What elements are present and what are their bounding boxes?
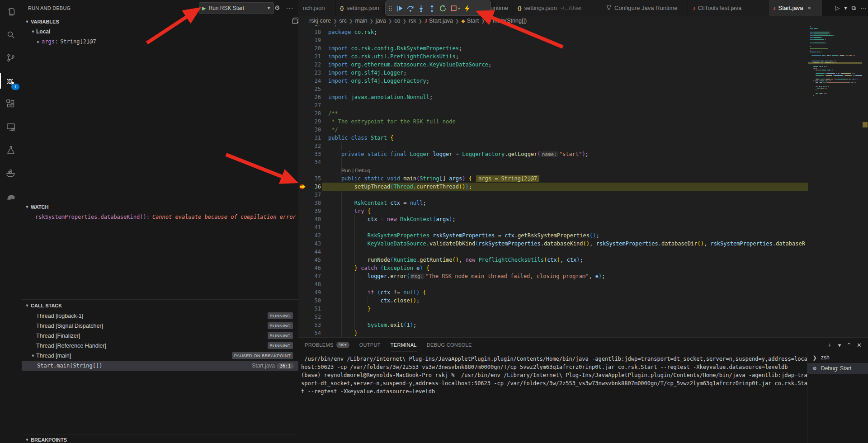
breadcrumb-item[interactable]: co	[394, 18, 400, 24]
variable-row[interactable]: ▶args:String[2]@7	[35, 37, 96, 46]
panel-tab-debug-console[interactable]: DEBUG CONSOLE	[427, 338, 472, 352]
code-line-19[interactable]: 19	[298, 36, 808, 44]
run-play-icon[interactable]: ▶	[202, 5, 206, 11]
call-stack-thread[interactable]: Thread [Signal Dispatcher]RUNNING	[22, 321, 298, 331]
code-line-35[interactable]: 35public static void main(String[] args)…	[298, 174, 808, 183]
code-line-48[interactable]: 48	[298, 280, 808, 288]
call-stack-frame[interactable]: Start.main(String[])Start.java36:1	[22, 361, 298, 371]
watch-expression-row[interactable]: rskSystemProperties.databaseKind():Canno…	[35, 212, 297, 222]
code-line-41[interactable]: 41	[298, 223, 808, 231]
code-line-53[interactable]: 53System.exit(1);	[298, 321, 808, 329]
breadcrumb-item[interactable]: main	[355, 18, 367, 24]
breadcrumb-item[interactable]: src	[339, 18, 347, 24]
code-line-43[interactable]: 43KeyValueDataSource.validateDbKind(rskS…	[298, 240, 808, 248]
close-icon[interactable]: ×	[807, 5, 811, 11]
tab-configure-java-runtime[interactable]: Configure Java Runtime	[601, 0, 688, 16]
code-line-34[interactable]: 34	[298, 158, 808, 166]
code-line-21[interactable]: 21import co.rsk.util.PreflightChecksUtil…	[298, 52, 808, 61]
activity-gradle-icon[interactable]	[0, 184, 22, 207]
code-line-52[interactable]: 52	[298, 313, 808, 321]
code-line-32[interactable]: 32	[298, 142, 808, 150]
code-line-50[interactable]: 50ctx.close();	[298, 297, 808, 305]
debug-stop-chevron-button[interactable]	[456, 2, 462, 14]
panel-chevron-up-icon[interactable]: ⌃	[846, 342, 851, 349]
code-lens-row[interactable]: Run | Debug	[298, 166, 808, 174]
tab-settings-json[interactable]: {}settings.json	[335, 0, 390, 16]
activity-explorer-icon[interactable]	[0, 0, 22, 23]
activity-extensions-icon[interactable]	[0, 92, 22, 115]
debug-grip-handle[interactable]	[387, 2, 394, 14]
code-line-25[interactable]: 25	[298, 85, 808, 93]
breadcrumb-item[interactable]: rsk	[409, 18, 416, 24]
code-line-40[interactable]: 40ctx = new RskContext(args);	[298, 215, 808, 223]
panel-plus-icon[interactable]: ＋	[827, 341, 833, 349]
chevron-down-icon[interactable]: ▼	[267, 6, 271, 10]
overview-ruler[interactable]	[862, 25, 868, 337]
code-line-49[interactable]: 49if (ctx != null) {	[298, 288, 808, 297]
run-java-button[interactable]: ▷	[835, 5, 840, 11]
launch-config-dropdown[interactable]: ▶ Run RSK Start ▼	[199, 2, 274, 14]
section-header-watch[interactable]: ▼WATCH	[24, 203, 298, 212]
code-editor[interactable]: 17 */18package co.rsk;1920import co.rsk.…	[298, 25, 808, 337]
terminal-session-zsh[interactable]: ❯zsh	[807, 352, 868, 363]
code-line-51[interactable]: 51}	[298, 305, 808, 313]
code-line-31[interactable]: 31public class Start {	[298, 134, 808, 142]
more-actions-icon[interactable]: ···	[860, 5, 866, 11]
variables-scope-local[interactable]: ▼Local	[30, 27, 50, 36]
code-line-45[interactable]: 45runNode(Runtime.getRuntime(), new Pref…	[298, 256, 808, 264]
code-line-38[interactable]: 38RskContext ctx = null;	[298, 199, 808, 207]
code-line-18[interactable]: 18package co.rsk;	[298, 28, 808, 36]
code-line-28[interactable]: 28/**	[298, 109, 808, 118]
section-header-breakpoints[interactable]: ▼BREAKPOINTS	[24, 435, 298, 443]
breadcrumb-symbol-class[interactable]: ◆Start	[461, 18, 479, 24]
breadcrumb-item[interactable]: rskj-core	[309, 18, 331, 24]
code-line-42[interactable]: 42RskSystemProperties rskSystemPropertie…	[298, 231, 808, 240]
debug-step-into-button[interactable]	[415, 2, 426, 14]
chevron-down-icon[interactable]: ▾	[844, 5, 847, 11]
debug-settings-gear-icon[interactable]: ⚙	[273, 4, 281, 12]
code-line-23[interactable]: 23import org.slf4j.Logger;	[298, 69, 808, 77]
code-lens-run-debug[interactable]: Run | Debug	[341, 166, 370, 174]
terminal-session-debug-start[interactable]: ⚙Debug: Start	[807, 363, 868, 374]
panel-close-icon[interactable]: ✕	[857, 342, 862, 349]
debug-hot-code-replace-button[interactable]	[462, 2, 472, 14]
activity-run-and-debug-icon[interactable]: 1	[0, 69, 22, 92]
code-line-20[interactable]: 20import co.rsk.config.RskSystemProperti…	[298, 44, 808, 52]
tab-clitoolstest-java[interactable]: JCliToolsTest.java	[688, 0, 769, 16]
code-line-22[interactable]: 22import org.ethereum.datasource.KeyValu…	[298, 61, 808, 69]
code-line-46[interactable]: 46} catch (Exception e) {	[298, 264, 808, 272]
code-line-39[interactable]: 39try {	[298, 207, 808, 215]
section-header-call-stack[interactable]: ▼CALL STACK	[24, 301, 298, 310]
call-stack-thread[interactable]: Thread [Finalizer]RUNNING	[22, 331, 298, 341]
call-stack-thread[interactable]: Thread [logback-1]RUNNING	[22, 311, 298, 321]
terminal-output[interactable]: /usr/bin/env /Library/Internet\ Plug-Ins…	[301, 355, 807, 443]
activity-search-icon[interactable]	[0, 23, 22, 46]
breadcrumb-symbol-method[interactable]: ◈main(String[])	[487, 18, 527, 24]
debug-continue-button[interactable]	[394, 2, 405, 14]
code-line-29[interactable]: 29 * The entrypoint for the RSK full nod…	[298, 118, 808, 126]
code-line-27[interactable]: 27	[298, 101, 808, 109]
call-stack-thread[interactable]: ▼Thread [main]PAUSED ON BREAKPOINT	[22, 351, 298, 361]
code-line-44[interactable]: 44	[298, 248, 808, 256]
tab-settings-json[interactable]: {}settings.json~/.../User	[513, 0, 601, 16]
code-line-36[interactable]: 36setUpThread(Thread.currentThread());	[298, 183, 808, 191]
debug-restart-button[interactable]	[437, 2, 448, 14]
code-line-24[interactable]: 24import org.slf4j.LoggerFactory;	[298, 77, 808, 85]
activity-docker-icon[interactable]	[0, 161, 22, 184]
panel-tab-output[interactable]: OUTPUT	[359, 338, 381, 352]
debug-step-over-button[interactable]	[405, 2, 415, 14]
code-line-30[interactable]: 30 */	[298, 126, 808, 134]
code-line-33[interactable]: 33private static final Logger logger = L…	[298, 150, 808, 158]
panel-tab-problems[interactable]: PROBLEMS1K+	[305, 338, 349, 352]
code-line-26[interactable]: 26import javax.annotation.Nonnull;	[298, 93, 808, 101]
section-header-variables[interactable]: ▼VARIABLES	[24, 17, 298, 26]
activity-source-control-icon[interactable]	[0, 46, 22, 69]
call-stack-thread[interactable]: Thread [Reference Handler]RUNNING	[22, 341, 298, 351]
breadcrumb-item[interactable]: java	[376, 18, 386, 24]
breadcrumb-file[interactable]: JStart.java	[425, 18, 453, 24]
views-more-icon[interactable]: ···	[286, 4, 294, 12]
panel-tab-terminal[interactable]: TERMINAL	[391, 338, 417, 352]
debug-step-out-button[interactable]	[426, 2, 437, 14]
tab-nch-json[interactable]: nch.json	[298, 0, 335, 16]
panel-chevron-down-icon[interactable]: ▾	[838, 342, 841, 349]
